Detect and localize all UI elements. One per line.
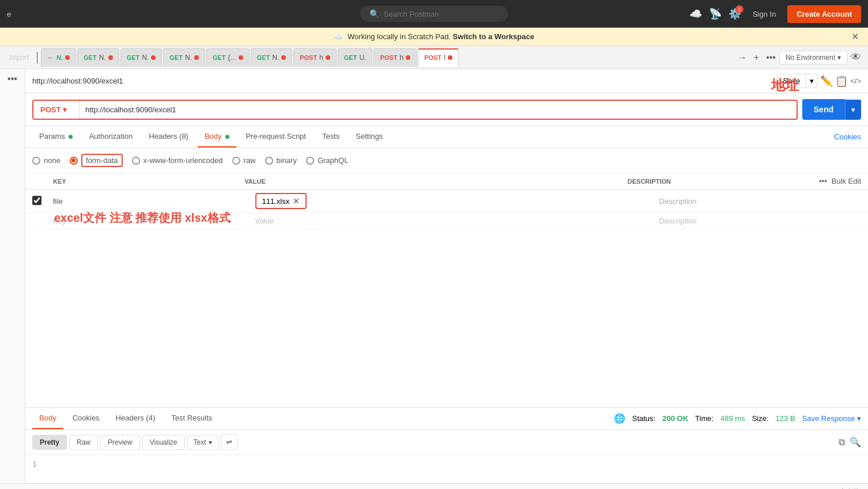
search-input[interactable] — [384, 10, 499, 18]
tab-item-4[interactable]: GET {... — [206, 48, 250, 67]
format-preview-btn[interactable]: Preview — [100, 435, 140, 450]
request-panel: http://localhost:9090/excel1 Save ▾ ✏️ 📋… — [25, 69, 868, 483]
url-bar-container: http://localhost:9090/excel1 Save ▾ ✏️ 📋… — [25, 69, 868, 93]
tab-item-1[interactable]: GET N. — [77, 48, 119, 67]
table-row: file 111.xlsx ✕ Description excel文件 注意 推… — [25, 189, 868, 213]
tab-params[interactable]: Params — [32, 126, 80, 147]
tab-item-8[interactable]: POST h — [373, 48, 417, 67]
tab-forward-btn[interactable]: → — [735, 50, 749, 65]
cookies-link[interactable]: Cookies — [834, 132, 861, 141]
file-badge: 111.xlsx ✕ — [255, 193, 307, 209]
save-button-group: Save ▾ — [777, 74, 818, 88]
tab-item-5[interactable]: GET N. — [251, 48, 293, 67]
settings-badge: 1 — [735, 5, 744, 13]
satellite-icon-btn[interactable]: 📡 — [709, 7, 722, 20]
tab-dot-3 — [194, 55, 199, 60]
kv-table-header: KEY VALUE DESCRIPTION ••• Bulk Edit — [25, 173, 868, 189]
format-visualize-btn[interactable]: Visualize — [142, 435, 185, 450]
sidebar-left: ••• — [0, 69, 25, 483]
import-button[interactable]: Import — [5, 54, 33, 62]
request-tabs: Params Authorization Headers (8) Body Pr… — [25, 126, 868, 148]
docs-icon-btn[interactable]: 📋 — [835, 75, 848, 88]
file-remove-btn[interactable]: ✕ — [293, 196, 300, 206]
save-dropdown-btn[interactable]: ▾ — [806, 74, 817, 88]
option-none[interactable]: none — [32, 156, 61, 165]
bulk-more-btn[interactable]: ••• — [819, 177, 827, 185]
settings-icon-btn[interactable]: ⚙️ 1 — [729, 7, 741, 20]
tab-headers[interactable]: Headers (8) — [142, 126, 195, 147]
tab-add-btn[interactable]: + — [752, 50, 761, 65]
option-raw[interactable]: raw — [232, 156, 256, 165]
option-urlencoded[interactable]: x-www-form-urlencoded — [132, 156, 223, 165]
option-form-data[interactable]: form-data — [70, 154, 123, 167]
scratch-pad-banner: ☁️ Working locally in Scratch Pad. Switc… — [0, 28, 868, 46]
environment-selector[interactable]: No Environment ▾ — [779, 51, 847, 65]
resp-tab-cookies[interactable]: Cookies — [66, 408, 107, 429]
tab-item-7[interactable]: GET U. — [338, 48, 373, 67]
size-value: 123 B — [776, 414, 795, 423]
resp-tab-headers[interactable]: Headers (4) — [109, 408, 163, 429]
tab-nav-icon: ← — [47, 54, 54, 62]
option-graphql[interactable]: GraphQL — [306, 156, 348, 165]
code-view-btn[interactable]: </> — [850, 77, 861, 85]
tab-authorization[interactable]: Authorization — [82, 126, 139, 147]
row-checkbox[interactable] — [32, 196, 41, 205]
size-label: Size: — [752, 414, 769, 423]
tab-pre-request[interactable]: Pre-request Script — [239, 126, 313, 147]
search-bar[interactable]: 🔍 — [360, 6, 508, 22]
tab-dot-2 — [151, 55, 156, 60]
wrap-lines-btn[interactable]: ⇌ — [221, 434, 237, 450]
eye-icon-btn[interactable]: 👁 — [848, 49, 863, 66]
tab-more-btn[interactable]: ••• — [764, 50, 778, 65]
method-chevron-icon: ▾ — [63, 105, 67, 114]
search-response-btn[interactable]: 🔍 — [850, 437, 861, 448]
send-button[interactable]: Send — [802, 99, 845, 120]
url-display: http://localhost:9090/excel1 — [32, 77, 123, 85]
copy-response-btn[interactable]: ⧉ — [839, 437, 845, 448]
resp-tab-body[interactable]: Body — [32, 408, 63, 429]
url-input[interactable] — [80, 101, 797, 119]
main-content: ••• http://localhost:9090/excel1 Save ▾ … — [0, 69, 868, 483]
banner-close-button[interactable]: ✕ — [851, 31, 859, 42]
tab-dot-0 — [65, 55, 70, 60]
sidebar-more-btn[interactable]: ••• — [7, 74, 17, 84]
bulk-edit-button[interactable]: Bulk Edit — [832, 177, 861, 185]
send-dropdown-btn[interactable]: ▾ — [845, 100, 861, 120]
tab-tests[interactable]: Tests — [315, 126, 346, 147]
tab-body[interactable]: Body — [198, 126, 236, 147]
format-pretty-btn[interactable]: Pretty — [32, 435, 67, 450]
banner-text: Working locally in Scratch Pad. Switch t… — [348, 32, 534, 41]
response-code-area: 1 — [25, 455, 868, 473]
tab-item-9[interactable]: POST I — [418, 48, 459, 67]
method-selector[interactable]: POST ▾ — [33, 101, 80, 119]
search-icon: 🔍 — [369, 9, 379, 18]
cloud-icon-btn[interactable]: ☁️ — [689, 7, 702, 20]
tab-divider — [37, 52, 37, 63]
tab-dot-5 — [281, 55, 286, 60]
banner-cloud-icon: ☁️ — [334, 32, 343, 41]
text-format-chevron: ▾ — [209, 438, 212, 446]
tab-item-0[interactable]: ← N. — [41, 48, 76, 67]
tab-dot-9 — [448, 55, 452, 60]
format-raw-btn[interactable]: Raw — [69, 435, 98, 450]
tab-item-3[interactable]: GET N. — [163, 48, 205, 67]
resp-tab-test-results[interactable]: Test Results — [164, 408, 219, 429]
tab-settings[interactable]: Settings — [349, 126, 390, 147]
response-area: Body Cookies Headers (4) Test Results 🌐 … — [25, 407, 868, 473]
col-header-value: VALUE — [244, 178, 628, 185]
tab-dot-1 — [108, 55, 113, 60]
create-account-button[interactable]: Create Account — [787, 5, 861, 23]
text-format-selector[interactable]: Text ▾ — [187, 435, 218, 450]
tab-item-6[interactable]: POST h — [293, 48, 337, 67]
switch-workspace-link[interactable]: Switch to a Workspace — [453, 32, 534, 41]
save-response-button[interactable]: Save Response ▾ — [802, 414, 861, 423]
save-button[interactable]: Save — [778, 74, 806, 88]
globe-icon-btn[interactable]: 🌐 — [614, 413, 625, 424]
tab-item-2[interactable]: GET N. — [120, 48, 163, 67]
edit-icon-btn[interactable]: ✏️ — [820, 75, 833, 88]
body-options: none form-data x-www-form-urlencoded raw… — [25, 148, 868, 173]
top-bar: e 🔍 ☁️ 📡 ⚙️ 1 Sign In Create Account — [0, 0, 868, 28]
signin-button[interactable]: Sign In — [748, 7, 780, 21]
option-binary[interactable]: binary — [265, 156, 297, 165]
request-input-box: POST ▾ — [32, 100, 798, 120]
